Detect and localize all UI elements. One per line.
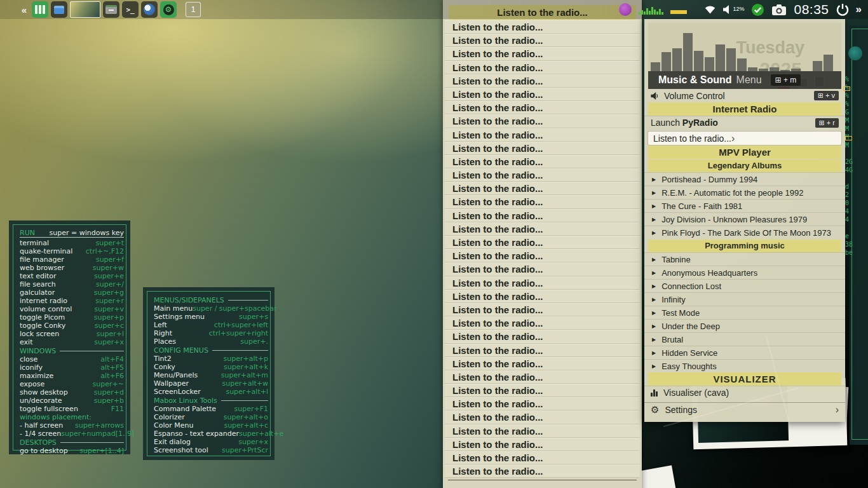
menu-item-visualiser-cava[interactable]: Visualiser (cava) — [644, 386, 845, 399]
volume-indicator[interactable]: 12% — [723, 5, 744, 14]
panel-expand-icon[interactable]: » — [856, 3, 862, 16]
radio-station-item[interactable]: Listen to the radio... — [445, 155, 640, 168]
radio-station-item[interactable]: Listen to the radio... — [445, 303, 640, 316]
verified-badge-icon[interactable] — [751, 3, 764, 17]
menu-item-launch-pyradio[interactable]: Launch PyRadio ⊞ + r — [644, 116, 845, 129]
columns-icon — [35, 5, 45, 14]
mabox-tools-launcher-icon[interactable]: ⚙ — [160, 1, 177, 18]
keybinding-row: quake-terminalctrl+~,F12 — [20, 247, 124, 255]
submenu-triangle-icon: ▶ — [652, 217, 656, 222]
menu-item-settings[interactable]: ⚙ Settings › — [644, 402, 845, 417]
tray-app-icon[interactable] — [619, 3, 632, 16]
radio-station-item[interactable]: Listen to the radio... — [445, 276, 640, 290]
keybinding-row: file searchsuper+/ — [20, 280, 124, 288]
radio-station-item[interactable]: Listen to the radio... — [445, 410, 640, 424]
radio-station-item[interactable]: Listen to the radio... — [445, 357, 640, 370]
album-item[interactable]: ▶Joy Division - Unknown Pleasures 1979 — [644, 212, 845, 226]
submenu-triangle-icon: ▶ — [652, 350, 656, 356]
radio-station-item[interactable]: Listen to the radio... — [445, 290, 640, 303]
radio-station-item[interactable]: Listen to the radio... — [445, 101, 640, 114]
playlist-item[interactable]: ▶Anonymous Headquarters — [644, 266, 845, 279]
radio-station-item[interactable]: Listen to the radio... — [445, 20, 640, 34]
keybinding-row: - half screensuper+arrows — [20, 421, 124, 430]
submenu-triangle-icon: ▶ — [652, 310, 656, 316]
playlist-item[interactable]: ▶Easy Thoughts — [644, 359, 845, 372]
section-header-internet-radio: Internet Radio — [648, 102, 841, 116]
radio-station-item[interactable]: Listen to the radio... — [445, 209, 640, 222]
radio-station-list: Listen to the radio...Listen to the radi… — [443, 20, 642, 478]
camera-icon[interactable] — [771, 4, 787, 16]
conky-yellow-box — [843, 86, 850, 91]
playlist-item[interactable]: ▶Test Mode — [644, 306, 845, 319]
conky-section-run: RUNsuper = windows key — [20, 229, 124, 238]
radio-station-item[interactable]: Listen to the radio... — [445, 397, 640, 410]
conky-section-sidepanels: MENUS/SIDEPANELS — [154, 296, 268, 304]
conky-run-keybindings: RUNsuper = windows key terminalsuper+tqu… — [9, 220, 130, 454]
menu-item-listen-radio-selected[interactable]: Listen to the radio... › — [648, 132, 841, 145]
radio-station-item[interactable]: Listen to the radio... — [445, 222, 640, 236]
radio-station-item[interactable]: Listen to the radio... — [445, 236, 640, 249]
window-launcher-icon[interactable] — [51, 1, 67, 18]
radio-station-item[interactable]: Listen to the radio... — [445, 262, 640, 276]
radio-station-item[interactable]: Listen to the radio... — [445, 438, 640, 451]
panel-clock[interactable]: 08:35 — [794, 2, 829, 17]
conky-section-configmenus: CONFIG MENUS — [154, 346, 268, 355]
radio-station-item[interactable]: Listen to the radio... — [445, 451, 640, 464]
menu-launcher-icon[interactable] — [32, 1, 48, 18]
keybinding-row: text editorsuper+e — [20, 272, 124, 280]
volume-percent: 12% — [733, 6, 744, 12]
radio-station-item[interactable]: Listen to the radio... — [445, 74, 640, 88]
submenu-triangle-icon: ▶ — [652, 323, 656, 329]
radio-station-item[interactable]: Listen to the radio... — [445, 249, 640, 262]
desktop-pager-thumbnail[interactable] — [70, 1, 100, 18]
radio-station-item[interactable]: Listen to the radio... — [445, 195, 640, 208]
album-item[interactable]: ▶The Cure - Faith 1981 — [644, 199, 845, 212]
album-item[interactable]: ▶Portishead - Dummy 1994 — [644, 172, 845, 186]
radio-station-item[interactable]: Listen to the radio... — [445, 344, 640, 357]
keybinding-row: iconifyalt+F5 — [20, 363, 124, 372]
keybinding-row: - 1/4 screensuper+numpad[1..9] — [20, 430, 124, 438]
radio-station-item[interactable]: Listen to the radio... — [445, 88, 640, 101]
radio-station-item[interactable]: Listen to the radio... — [445, 182, 640, 195]
playlist-item[interactable]: ▶Tabnine — [644, 252, 845, 266]
power-icon[interactable] — [836, 3, 849, 16]
album-item[interactable]: ▶Pink Floyd - The Dark Side Of The Moon … — [644, 226, 845, 239]
keybinding-row: toggle Picomsuper+p — [20, 313, 124, 322]
browser-launcher-icon[interactable] — [141, 1, 158, 18]
workspace-indicator[interactable]: 1 — [186, 2, 201, 17]
playlist-item[interactable]: ▶Infinity — [644, 292, 845, 306]
radio-station-item[interactable]: Listen to the radio... — [445, 61, 640, 74]
gear-icon: ⚙ — [651, 404, 659, 416]
section-header-visualizer: VISUALIZER — [648, 372, 841, 386]
keybinding-row: un/decoratesuper+b — [20, 396, 124, 405]
keybinding-row: go to desktopsuper+[1..4] — [20, 447, 124, 455]
radio-station-item[interactable]: Listen to the radio... — [445, 114, 640, 128]
file-manager-launcher-icon[interactable] — [103, 1, 119, 18]
radio-station-item[interactable]: Listen to the radio... — [445, 330, 640, 343]
panel-collapse-icon[interactable]: « — [19, 4, 29, 15]
menu-separator — [448, 480, 637, 480]
wifi-icon[interactable] — [704, 5, 716, 14]
radio-station-item[interactable]: Listen to the radio... — [445, 464, 640, 478]
playlist-item[interactable]: ▶Connection Lost — [644, 279, 845, 292]
radio-station-item[interactable]: Listen to the radio... — [445, 142, 640, 155]
terminal-launcher-icon[interactable]: >_ — [122, 1, 139, 18]
radio-station-item[interactable]: Listen to the radio... — [445, 316, 640, 330]
radio-station-item[interactable]: Listen to the radio... — [445, 34, 640, 47]
radio-station-item[interactable]: Listen to the radio... — [445, 128, 640, 142]
album-item[interactable]: ▶R.E.M. - Automatic fot the people 1992 — [644, 186, 845, 199]
keybinding-row: Rightctrl+super+right — [154, 329, 268, 337]
submenu-triangle-icon: ▶ — [652, 230, 656, 236]
radio-station-item[interactable]: Listen to the radio... — [445, 168, 640, 182]
playlist-item[interactable]: ▶Hidden Service — [644, 346, 845, 359]
playlist-item[interactable]: ▶Brutal — [644, 332, 845, 346]
submenu-chevron-icon: › — [731, 133, 735, 144]
radio-station-item[interactable]: Listen to the radio... — [445, 47, 640, 60]
keybinding-row: Main menusuper / super+spacebar — [154, 304, 268, 313]
radio-station-item[interactable]: Listen to the radio... — [445, 424, 640, 438]
radio-station-item[interactable]: Listen to the radio... — [445, 384, 640, 397]
playlist-item[interactable]: ▶Under the Deep — [644, 319, 845, 332]
keybinding-row: Exit dialogsuper+x — [154, 438, 268, 446]
menu-item-volume-control[interactable]: Volume Control ⊞ + v — [644, 89, 845, 102]
radio-station-item[interactable]: Listen to the radio... — [445, 370, 640, 384]
